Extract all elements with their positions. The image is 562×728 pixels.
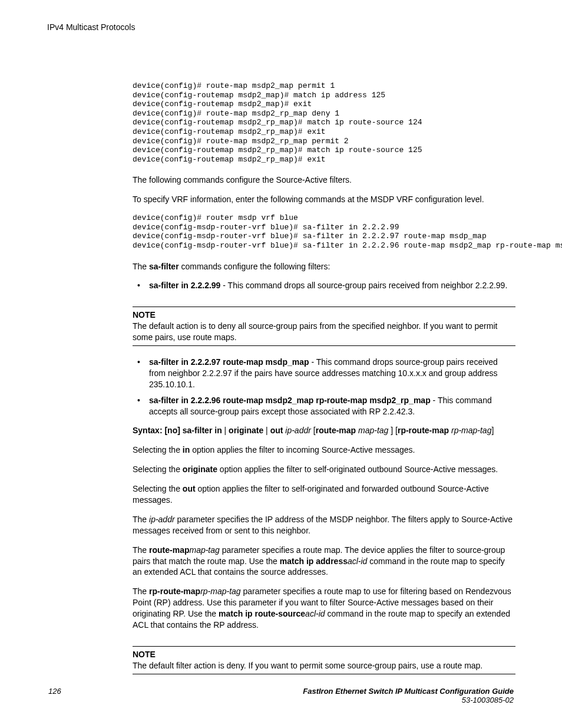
bold-term: match ip route-source: [219, 609, 305, 618]
bold-term: sa-filter in 2.2.2.99: [149, 281, 220, 290]
bold-term: out: [183, 484, 196, 493]
syntax-bold: out: [270, 426, 283, 435]
list-item: sa-filter in 2.2.2.99 - This command dro…: [133, 280, 515, 291]
paragraph: The following commands configure the Sou…: [133, 174, 515, 186]
text: option applies the filter to incoming So…: [190, 445, 415, 454]
text: |: [263, 426, 270, 435]
bold-term: sa-filter in 2.2.2.96 route-map msdp2_ma…: [149, 396, 431, 405]
italic-term: acl-id: [305, 609, 325, 618]
list-item: sa-filter in 2.2.2.96 route-map msdp2_ma…: [133, 395, 515, 417]
list-item: sa-filter in 2.2.2.97 route-map msdp_map…: [133, 357, 515, 390]
text: Selecting the: [133, 465, 183, 474]
body-content: device(config)# route-map msdp2_map perm…: [133, 81, 515, 685]
text: The: [133, 545, 149, 555]
page-header: IPv4 Multicast Protocols: [47, 22, 135, 32]
text: ] [: [388, 426, 398, 435]
text: option applies the filter to self-origin…: [217, 465, 498, 474]
syntax-bold: originate: [229, 426, 263, 435]
note-label: NOTE: [133, 309, 515, 321]
text: The: [133, 515, 149, 524]
bold-term: in: [183, 445, 190, 454]
code-block-2: device(config)# router msdp vrf blue dev…: [133, 213, 515, 250]
text: parameter specifies the IP address of th…: [133, 515, 513, 535]
paragraph: The route-mapmap-tag parameter specifies…: [133, 545, 515, 578]
italic-term: map-tag: [189, 545, 219, 555]
syntax-bold: route-map: [316, 426, 356, 435]
paragraph: The ip-addr parameter specifies the IP a…: [133, 514, 515, 536]
syntax-bold: rp-route-map: [398, 426, 449, 435]
note-rule-top: [133, 307, 515, 307]
text: ]: [491, 426, 494, 435]
bold-term: route-map: [149, 545, 189, 555]
note-label: NOTE: [133, 649, 515, 660]
code-block-1: device(config)# route-map msdp2_map perm…: [133, 81, 515, 164]
text: The: [133, 262, 149, 271]
paragraph: To specify VRF information, enter the fo…: [133, 194, 515, 205]
note-text: The default action is to deny all source…: [133, 321, 515, 343]
note-rule-bottom: [133, 674, 515, 674]
page-number: 126: [48, 687, 61, 696]
bold-term: originate: [183, 465, 217, 474]
bold-term: sa-filter in 2.2.2.97 route-map msdp_map: [149, 357, 309, 367]
text: Selecting the: [133, 484, 183, 493]
note-block: NOTE The default action is to deny all s…: [133, 307, 515, 346]
text: - This command drops all source-group pa…: [220, 281, 507, 290]
syntax-line: Syntax: [no] sa-filter in | originate | …: [133, 425, 515, 436]
page-footer: 126 FastIron Ethernet Switch IP Multicas…: [48, 687, 514, 704]
bullet-list: sa-filter in 2.2.2.97 route-map msdp_map…: [133, 357, 515, 417]
paragraph: Selecting the in option applies the filt…: [133, 444, 515, 456]
footer-doc-number: 53-1003085-02: [303, 696, 514, 704]
text: Selecting the: [133, 445, 183, 454]
text: The: [133, 587, 149, 596]
footer-doc-title: FastIron Ethernet Switch IP Multicast Co…: [303, 687, 514, 704]
syntax-italic: rp-map-tag: [451, 426, 491, 435]
paragraph: Selecting the out option applies the fil…: [133, 483, 515, 506]
bold-term: sa-filter: [149, 262, 179, 271]
note-rule-bottom: [133, 345, 515, 346]
bold-term: match ip address: [280, 556, 348, 566]
paragraph: The sa-filter commands configure the fol…: [133, 261, 515, 272]
text: |: [222, 426, 229, 435]
note-text: The default filter action is deny. If yo…: [133, 660, 515, 671]
italic-term: acl-id: [348, 556, 367, 566]
note-block: NOTE The default filter action is deny. …: [133, 646, 515, 674]
syntax-bold: Syntax: [no] sa-filter in: [133, 426, 222, 435]
text: commands configure the following filters…: [179, 262, 330, 271]
syntax-italic: map-tag: [358, 426, 388, 435]
paragraph: Selecting the originate option applies t…: [133, 464, 515, 475]
italic-term: rp-map-tag: [200, 587, 240, 596]
bold-term: rp-route-map: [149, 587, 200, 596]
bullet-list: sa-filter in 2.2.2.99 - This command dro…: [133, 280, 515, 291]
italic-term: ip-addr: [149, 515, 175, 524]
footer-title-text: FastIron Ethernet Switch IP Multicast Co…: [303, 687, 514, 696]
syntax-italic: ip-addr: [285, 426, 311, 435]
note-rule-top: [133, 646, 515, 647]
paragraph: The rp-route-maprp-map-tag parameter spe…: [133, 586, 515, 631]
text: [: [311, 426, 316, 435]
